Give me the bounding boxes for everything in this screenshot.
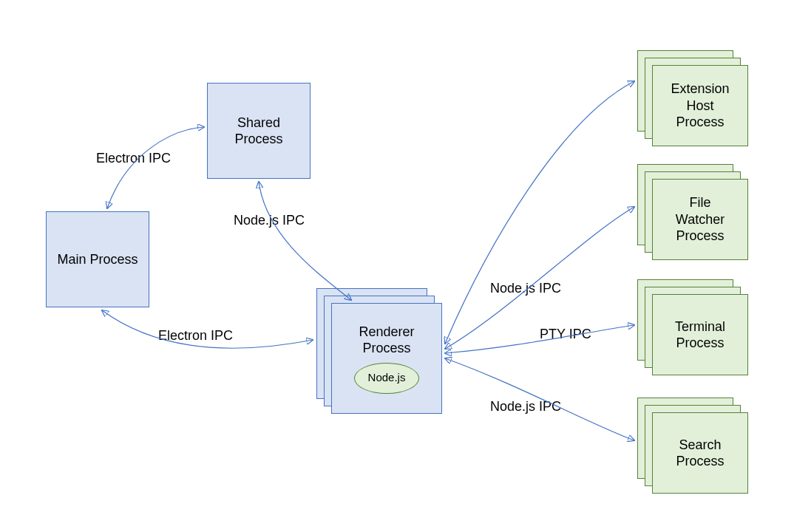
edge-label-shared-renderer: Node.js IPC — [234, 213, 305, 228]
node-extension-host-stack: ExtensionHostProcess — [637, 50, 748, 146]
edge-main-shared — [107, 127, 204, 208]
node-main-process: Main Process — [46, 211, 149, 307]
node-extension-host-label: ExtensionHostProcess — [671, 81, 729, 131]
edge-label-renderer-ipc: Node.js IPC — [490, 281, 561, 296]
node-renderer-inner-label: Node.js — [368, 371, 406, 385]
edge-label-renderer-pty: PTY IPC — [540, 327, 591, 342]
node-search: SearchProcess — [652, 412, 748, 494]
node-search-stack: SearchProcess — [637, 398, 748, 494]
edge-label-main-renderer: Electron IPC — [158, 328, 233, 344]
edge-shared-renderer — [259, 182, 351, 300]
node-renderer-process-label: RendererProcess — [359, 324, 414, 357]
node-terminal: TerminalProcess — [652, 294, 748, 375]
node-search-label: SearchProcess — [676, 437, 724, 470]
node-terminal-label: TerminalProcess — [675, 318, 725, 352]
node-shared-process-label: SharedProcess — [234, 115, 282, 148]
edge-renderer-ext — [445, 81, 634, 344]
node-shared-process: SharedProcess — [207, 83, 311, 179]
node-renderer-inner: Node.js — [354, 363, 419, 394]
edge-label-renderer-search: Node.js IPC — [490, 399, 561, 415]
node-file-watcher: FileWatcherProcess — [652, 179, 748, 260]
node-renderer-process: RendererProcess Node.js — [331, 303, 442, 414]
node-main-process-label: Main Process — [57, 251, 138, 268]
node-extension-host: ExtensionHostProcess — [652, 65, 748, 146]
node-file-watcher-label: FileWatcherProcess — [676, 194, 725, 245]
edge-label-main-shared: Electron IPC — [96, 151, 171, 166]
node-renderer-process-stack: RendererProcess Node.js — [316, 288, 442, 414]
node-terminal-stack: TerminalProcess — [637, 279, 748, 375]
node-file-watcher-stack: FileWatcherProcess — [637, 164, 748, 260]
